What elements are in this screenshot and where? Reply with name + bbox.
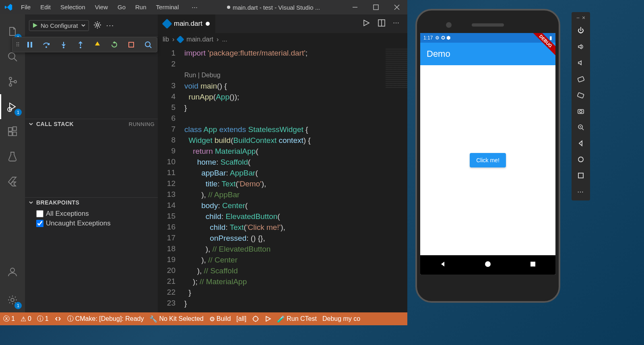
callstack-header[interactable]: CALL STACK RUNNING	[25, 119, 158, 129]
pause-button[interactable]	[24, 39, 35, 50]
app-title: Demo	[427, 49, 450, 59]
step-into-button[interactable]	[58, 39, 69, 50]
status-time: 1:17	[423, 35, 433, 41]
crumb-file[interactable]: main.dart	[186, 36, 213, 43]
minimize-button[interactable]	[345, 0, 365, 14]
emu-close-icon[interactable]: ×	[582, 14, 585, 21]
vscode-window: File Edit Selection View Go Run Terminal…	[0, 0, 407, 325]
maximize-button[interactable]	[365, 0, 386, 14]
breakpoints-body: All Exceptions Uncaught Exceptions	[25, 207, 158, 230]
stop-button[interactable]	[126, 39, 137, 50]
svg-rect-20	[27, 42, 29, 48]
phone-camera-icon	[446, 22, 452, 28]
emu-home-button[interactable]	[574, 153, 587, 166]
bp-all-checkbox[interactable]	[36, 210, 43, 217]
tab-modified-icon	[206, 22, 210, 26]
emu-volume-down-button[interactable]	[574, 56, 587, 69]
debug-toolbar[interactable]: ⠿	[12, 37, 157, 52]
status-remote-icon[interactable]	[54, 315, 62, 322]
hot-reload-button[interactable]	[92, 39, 103, 50]
menu-selection[interactable]: Selection	[56, 2, 89, 12]
minimap[interactable]	[386, 48, 407, 88]
status-run-icon[interactable]	[265, 316, 271, 322]
phone-screen[interactable]: DEBUG 1:17 ⚙ ✪ ⬢ ▲ ▮ Demo Click me!	[420, 33, 555, 275]
run-config-selector[interactable]: No Configurat	[29, 20, 89, 31]
menu-run[interactable]: Run	[131, 2, 151, 12]
svg-point-35	[580, 110, 582, 113]
emu-minimize-icon[interactable]: −	[576, 14, 580, 21]
crumb-folder[interactable]: lib	[163, 36, 169, 43]
status-warnings[interactable]: ⚠ 0	[21, 315, 31, 323]
status-kit[interactable]: 🔧 No Kit Selected	[149, 315, 203, 323]
emu-zoom-button[interactable]	[574, 121, 587, 134]
tab-main-dart[interactable]: main.dart	[158, 14, 215, 33]
step-out-button[interactable]	[75, 39, 86, 50]
activity-source-control[interactable]	[0, 69, 25, 94]
activity-testing[interactable]	[0, 144, 25, 169]
emu-back-button[interactable]	[574, 137, 587, 150]
status-info[interactable]: ⓘ 1	[37, 315, 49, 323]
emu-rotate-right-button[interactable]	[574, 89, 587, 101]
emu-volume-up-button[interactable]	[574, 40, 587, 53]
status-cmake[interactable]: ⓘ CMake: [Debug]: Ready	[67, 315, 144, 323]
click-me-button[interactable]: Click me!	[470, 153, 506, 167]
status-errors[interactable]: ⓧ 1	[3, 315, 15, 323]
close-button[interactable]	[386, 0, 407, 14]
svg-line-29	[150, 46, 151, 48]
run-editor-icon[interactable]	[362, 19, 370, 29]
menu-more[interactable]: ⋯	[188, 2, 202, 12]
menu-file[interactable]: File	[17, 2, 35, 12]
menu-terminal[interactable]: Terminal	[152, 2, 183, 12]
restart-button[interactable]	[109, 39, 120, 50]
emu-power-button[interactable]: ⏻	[574, 24, 587, 37]
emu-rotate-left-button[interactable]	[574, 72, 587, 85]
activity-extensions[interactable]	[0, 119, 25, 144]
emu-screenshot-button[interactable]	[574, 105, 587, 118]
breadcrumb[interactable]: lib › main.dart › ...	[158, 33, 407, 46]
drag-handle-icon[interactable]: ⠿	[16, 41, 19, 48]
activity-account[interactable]	[0, 259, 25, 284]
dart-file-icon	[162, 19, 172, 29]
emulator-toolbar: − × ⏻ ⋯	[572, 12, 590, 200]
status-bar: ⓧ 1 ⚠ 0 ⓘ 1 ⓘ CMake: [Debug]: Ready 🔧 No…	[0, 312, 407, 325]
svg-rect-21	[31, 42, 32, 48]
status-target[interactable]: [all]	[236, 315, 246, 322]
bp-uncaught-exceptions[interactable]: Uncaught Exceptions	[36, 219, 155, 228]
bp-uncaught-checkbox[interactable]	[36, 220, 43, 227]
activity-flutter[interactable]	[0, 169, 25, 194]
svg-point-16	[96, 24, 99, 26]
code-editor[interactable]: 12 34567891011121314151617181920212223 i…	[158, 46, 407, 312]
emu-more-button[interactable]: ⋯	[574, 185, 587, 198]
menu-go[interactable]: Go	[114, 2, 130, 12]
breakpoints-header[interactable]: BREAKPOINTS	[25, 198, 158, 207]
bp-all-exceptions[interactable]: All Exceptions	[36, 209, 155, 219]
activity-run-debug[interactable]: 1	[0, 94, 25, 119]
svg-point-7	[9, 84, 12, 86]
chevron-down-icon	[28, 200, 34, 205]
configure-gear-icon[interactable]	[93, 21, 102, 31]
devtools-button[interactable]	[142, 39, 154, 50]
svg-point-26	[80, 47, 81, 48]
nav-back-icon[interactable]	[439, 260, 447, 270]
step-over-button[interactable]	[41, 39, 52, 50]
code-content[interactable]: import 'package:flutter/material.dart'; …	[184, 48, 407, 312]
emu-overview-button[interactable]	[574, 169, 587, 182]
status-ctest[interactable]: 🧪 Run CTest	[277, 315, 317, 323]
nav-home-icon[interactable]	[484, 260, 492, 270]
split-editor-icon[interactable]	[378, 19, 386, 29]
status-build[interactable]: ⚙ Build	[209, 315, 231, 323]
svg-rect-10	[8, 128, 12, 131]
status-debug-icon[interactable]	[252, 315, 259, 322]
editor-more-icon[interactable]: ⋯	[393, 19, 400, 29]
crumb-more[interactable]: ...	[222, 36, 227, 43]
nav-recent-icon[interactable]	[529, 260, 537, 270]
more-actions-icon[interactable]: ⋯	[106, 21, 115, 30]
run-config-name: No Configurat	[41, 22, 78, 29]
menu-edit[interactable]: Edit	[36, 2, 55, 12]
status-debugmy[interactable]: Debug my co	[322, 315, 360, 322]
svg-rect-1	[374, 5, 378, 10]
android-emulator: DEBUG 1:17 ⚙ ✪ ⬢ ▲ ▮ Demo Click me!	[415, 9, 564, 303]
svg-rect-13	[13, 127, 17, 130]
activity-settings[interactable]: 1	[0, 287, 25, 312]
menu-view[interactable]: View	[91, 2, 112, 12]
